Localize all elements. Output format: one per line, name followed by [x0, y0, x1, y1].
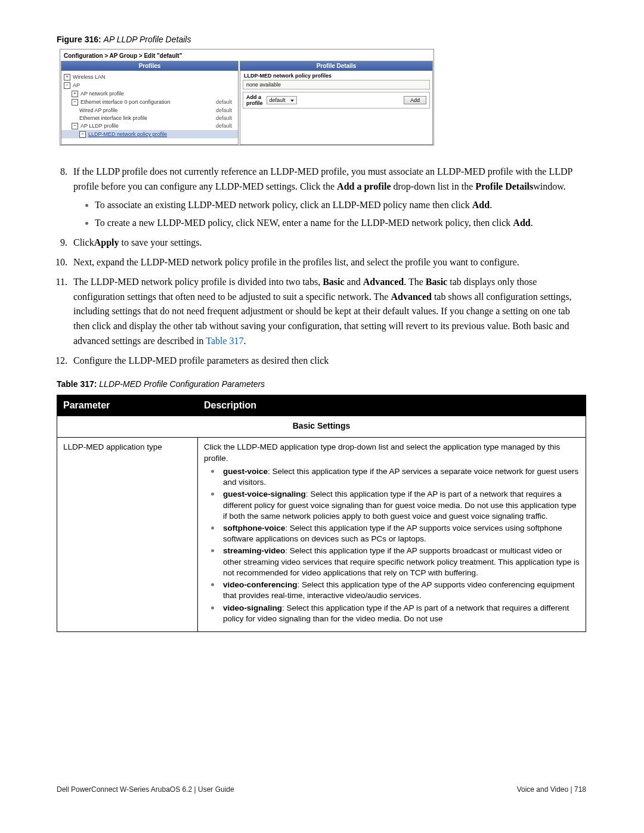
- desc-bullet: streaming-video: Select this application…: [217, 546, 580, 578]
- details-subhead: LLDP-MED network policy profiles: [243, 72, 430, 80]
- step-9: ClickApply to save your settings.: [70, 236, 586, 250]
- screenshot-box: Configuration > AP Group > Edit "default…: [60, 49, 434, 145]
- footer-left: Dell PowerConnect W-Series ArubaOS 6.2 |…: [57, 785, 234, 794]
- tree-eth-link[interactable]: Ethernet interface link profile default: [61, 114, 238, 122]
- profile-tree: + Wireless LAN − AP + AP network profile: [61, 71, 238, 143]
- table-317-link[interactable]: Table 317: [206, 336, 243, 346]
- default-text: default: [216, 115, 232, 121]
- add-profile-dropdown[interactable]: default: [267, 96, 297, 104]
- parameters-table: Parameter Description Basic Settings LLD…: [57, 395, 586, 632]
- table-row: LLDP-MED application type Click the LLDP…: [57, 438, 586, 632]
- default-text: default: [216, 99, 232, 105]
- desc-bullet: guest-voice: Select this application typ…: [217, 466, 580, 488]
- default-text: default: [216, 123, 232, 129]
- step-8-bullet-1: To associate an existing LLDP-MED networ…: [86, 198, 586, 213]
- tree-label: Wired AP profile: [79, 107, 216, 113]
- figure-caption: Figure 316: AP LLDP Profile Details: [57, 35, 586, 44]
- param-name: LLDP-MED application type: [57, 438, 198, 632]
- step-10: Next, expand the LLDP-MED network policy…: [70, 255, 586, 270]
- table-caption: Table 317: LLDP-MED Profile Configuratio…: [57, 379, 586, 389]
- expand-icon[interactable]: +: [64, 74, 70, 80]
- tree-wireless-lan[interactable]: + Wireless LAN: [61, 73, 238, 81]
- profile-details-head: Profile Details: [240, 61, 432, 71]
- add-profile-label: Add aprofile: [246, 94, 263, 106]
- tree-label: AP: [73, 82, 236, 88]
- th-description: Description: [198, 395, 586, 416]
- table-title: LLDP-MED Profile Configuration Parameter…: [99, 379, 265, 389]
- expand-icon[interactable]: +: [72, 91, 78, 97]
- th-parameter: Parameter: [57, 395, 198, 416]
- step-11: The LLDP-MED network policy profile is d…: [70, 275, 586, 349]
- profiles-panel-head: Profiles: [61, 61, 238, 71]
- instruction-list: If the LLDP profile does not currently r…: [57, 165, 586, 368]
- tree-wired-ap[interactable]: Wired AP profile default: [61, 106, 238, 114]
- profiles-panel: Profiles + Wireless LAN − AP + AP networ…: [61, 61, 239, 145]
- none-available-box: none available: [243, 80, 430, 89]
- footer-right: Voice and Video | 718: [517, 785, 586, 794]
- step-12: Configure the LLDP-MED profile parameter…: [70, 354, 586, 368]
- desc-bullet: video-signaling: Select this application…: [217, 603, 580, 624]
- tree-ap[interactable]: − AP: [61, 81, 238, 89]
- breadcrumb: Configuration > AP Group > Edit "default…: [60, 49, 434, 61]
- figure-label: Figure 316:: [57, 35, 101, 44]
- tree-label: Ethernet interface 0 port configuration: [80, 99, 216, 105]
- collapse-icon[interactable]: −: [64, 82, 70, 89]
- add-button[interactable]: Add: [404, 96, 426, 104]
- section-basic-settings: Basic Settings: [57, 416, 586, 438]
- tree-label: AP network profile: [80, 91, 236, 97]
- desc-bullet: guest-voice-signaling: Select this appli…: [217, 489, 580, 522]
- table-label: Table 317:: [57, 379, 97, 389]
- collapse-icon[interactable]: −: [72, 99, 78, 106]
- default-text: default: [216, 107, 232, 113]
- collapse-icon[interactable]: −: [79, 131, 86, 138]
- desc-bullet: video-conferencing: Select this applicat…: [217, 580, 580, 601]
- tree-eth0[interactable]: − Ethernet interface 0 port configuratio…: [61, 98, 238, 106]
- step-8-bullet-2: To create a new LLDP-MED policy, click N…: [86, 216, 586, 231]
- page-footer: Dell PowerConnect W-Series ArubaOS 6.2 |…: [57, 785, 586, 794]
- tree-label: LLDP-MED network policy profile: [88, 131, 236, 137]
- add-profile-row: Add aprofile default Add: [243, 92, 430, 109]
- collapse-icon[interactable]: −: [72, 123, 78, 129]
- desc-bullet: softphone-voice: Select this application…: [217, 523, 580, 544]
- profile-details-panel: Profile Details LLDP-MED network policy …: [240, 61, 433, 145]
- tree-label: Wireless LAN: [73, 74, 236, 80]
- tree-label: Ethernet interface link profile: [79, 115, 216, 121]
- param-desc: Click the LLDP-MED application type drop…: [198, 438, 586, 632]
- step-8: If the LLDP profile does not currently r…: [70, 165, 586, 231]
- tree-ap-lldp[interactable]: − AP LLDP profile default: [61, 122, 238, 130]
- tree-ap-network-profile[interactable]: + AP network profile: [61, 89, 238, 98]
- figure-title: AP LLDP Profile Details: [104, 35, 191, 44]
- tree-label: AP LLDP profile: [80, 123, 216, 129]
- tree-lldp-med-np[interactable]: − LLDP-MED network policy profile: [61, 130, 238, 138]
